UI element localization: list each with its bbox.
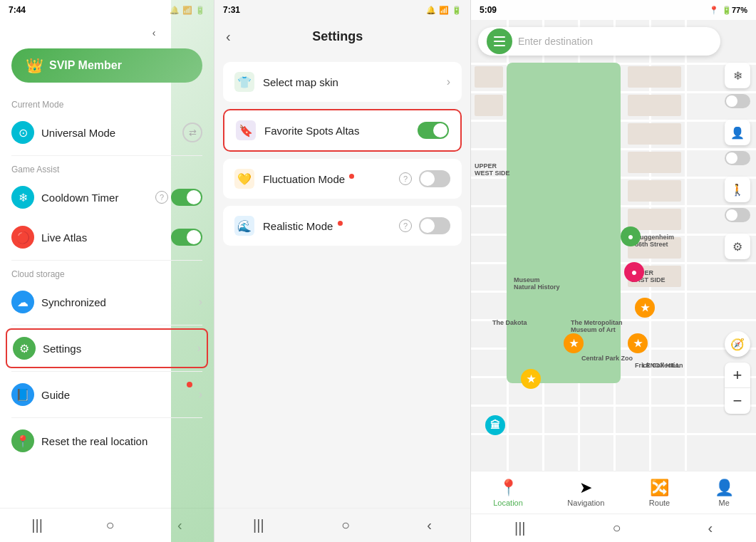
map-area[interactable]: MANHATTAN UPPERWEST SIDE UPPEREAST SIDE … — [471, 20, 756, 471]
label-museum: MuseumNatural History — [514, 276, 560, 291]
reset-location-item[interactable]: 📍 Reset the real location — [0, 421, 214, 461]
universal-mode-item[interactable]: ⊙ Universal Mode ⇄ — [0, 113, 214, 152]
reset-location-icon: 📍 — [11, 429, 34, 452]
nav-me-item[interactable]: 👤 Me — [715, 479, 734, 507]
map-pin-yellow-1[interactable]: ★ — [521, 369, 541, 389]
live-atlas-toggle[interactable] — [171, 229, 202, 246]
compass-button[interactable]: 🧭 — [725, 331, 750, 357]
fluctuation-notification-dot — [349, 174, 354, 179]
back-icon-1: ‹ — [152, 27, 156, 38]
guide-notification-dot — [187, 382, 192, 387]
label-86th: 86th Street — [635, 241, 668, 248]
person-walk-tool[interactable]: 🚶 — [725, 177, 750, 202]
guide-chevron: › — [199, 388, 202, 401]
tool-toggle-3[interactable] — [725, 208, 750, 222]
settings-back-button[interactable]: ‹ — [226, 28, 231, 45]
nav-home-btn-2[interactable]: ○ — [341, 517, 350, 533]
zoom-in-button[interactable]: + — [725, 363, 750, 388]
nav-back-btn-2[interactable]: ‹ — [427, 517, 432, 533]
nav-navigation-item[interactable]: ➤ Navigation — [567, 479, 604, 507]
map-pin-pink-1[interactable]: ● — [624, 262, 644, 282]
nav-lines-btn-2[interactable]: ||| — [253, 517, 264, 533]
map-pin-teal-1[interactable]: 🏛 — [485, 415, 505, 435]
nav-lines-btn-3[interactable]: ||| — [514, 520, 526, 536]
cloud-storage-label: Cloud storage — [0, 264, 214, 282]
nav-lines-btn-1[interactable]: ||| — [31, 517, 43, 533]
current-mode-section-label: Current Mode — [0, 94, 214, 113]
realistic-mode-icon: 🌊 — [234, 216, 254, 236]
back-button-1[interactable]: ‹ — [143, 21, 165, 44]
fluctuation-toggle[interactable] — [419, 170, 450, 187]
status-bar-2: 7:31 🔔 📶 🔋 — [214, 0, 470, 20]
live-atlas-icon: 🔴 — [11, 226, 34, 249]
map-search-bar[interactable]: Enter destination — [478, 27, 720, 56]
battery-icon-3: 🔋77% — [722, 6, 747, 15]
nav-location-item[interactable]: 📍 Location — [493, 479, 523, 507]
location-indicator: 📍 — [709, 6, 719, 15]
nav-home-btn-3[interactable]: ○ — [612, 520, 621, 536]
time-3: 5:09 — [480, 5, 497, 15]
divider-5 — [11, 417, 202, 418]
realistic-toggle[interactable] — [419, 217, 450, 234]
guide-icon: 📘 — [11, 383, 34, 406]
nav-route-item[interactable]: 🔀 Route — [649, 479, 670, 507]
live-atlas-item[interactable]: 🔴 Live Atlas — [0, 217, 214, 257]
tool-toggle-2[interactable] — [725, 151, 750, 165]
fluctuation-mode-item[interactable]: 💛 Fluctuation Mode ? — [223, 159, 462, 199]
realistic-help-icon[interactable]: ? — [399, 219, 412, 232]
map-pin-orange-2[interactable]: ★ — [564, 333, 584, 353]
map-pin-orange-1[interactable]: ★ — [635, 298, 655, 318]
favorite-spots-icon: 🔖 — [236, 120, 256, 140]
favorite-spots-toggle[interactable] — [418, 122, 449, 139]
nav-back-btn-3[interactable]: ‹ — [708, 520, 713, 536]
avatar-tool[interactable]: 👤 — [725, 120, 750, 145]
universal-mode-label: Universal Mode — [41, 127, 182, 139]
guide-item[interactable]: 📘 Guide › — [0, 375, 214, 415]
cooldown-timer-item[interactable]: ❄ Cooldown Timer ? — [0, 177, 214, 217]
label-dakota: The Dakota — [492, 319, 527, 326]
realistic-mode-item[interactable]: 🌊 Realistic Mode ? — [223, 206, 462, 246]
snowflake-tool[interactable]: ❄ — [725, 63, 750, 88]
time-2: 7:31 — [223, 5, 240, 15]
wifi-icon-2: 📶 — [439, 6, 449, 15]
map-pin-green-1[interactable]: ● — [621, 226, 641, 246]
zoom-out-button[interactable]: − — [725, 388, 750, 414]
block-5 — [628, 123, 681, 145]
hamburger-button[interactable] — [487, 28, 512, 54]
cooldown-toggle[interactable] — [171, 189, 202, 206]
search-placeholder: Enter destination — [518, 36, 593, 47]
map-skin-chevron: › — [447, 75, 450, 88]
select-map-skin-item[interactable]: 👕 Select map skin › — [223, 62, 462, 102]
settings-label: Settings — [43, 343, 197, 355]
status-bar-3: 5:09 📍 🔋77% — [471, 0, 756, 20]
live-atlas-label: Live Atlas — [41, 231, 171, 244]
settings-item[interactable]: ⚙ Settings › — [6, 328, 208, 368]
reset-location-label: Reset the real location — [41, 435, 202, 447]
fluctuation-help-icon[interactable]: ? — [399, 172, 412, 185]
map-skin-icon: 👕 — [234, 72, 254, 92]
tool-toggle-1[interactable] — [725, 94, 750, 108]
synchronized-item[interactable]: ☁ Synchronized › — [0, 282, 214, 322]
settings-panel: 7:31 🔔 📶 🔋 ‹ Settings 👕 Select map skin … — [214, 0, 471, 542]
location-nav-icon: 📍 — [499, 479, 518, 497]
svip-member-button[interactable]: 👑 SVIP Member — [11, 48, 202, 83]
map-pin-orange-3[interactable]: ★ — [628, 333, 648, 353]
block-4 — [628, 95, 681, 116]
map-nav-bar: ||| ○ ‹ — [471, 514, 756, 542]
settings-title: Settings — [237, 29, 459, 44]
guide-label: Guide — [41, 389, 199, 401]
favorite-spots-item[interactable]: 🔖 Favorite Spots Altas — [223, 109, 462, 152]
cooldown-help-icon[interactable]: ? — [155, 191, 168, 204]
sync-cloud-icon: ☁ — [11, 291, 34, 313]
game-assist-section-label: Game Assist — [0, 159, 214, 177]
block-3 — [628, 66, 681, 88]
crown-icon: 👑 — [26, 57, 43, 74]
star-tool[interactable]: ⚙ — [725, 234, 750, 259]
nav-home-btn-1[interactable]: ○ — [105, 517, 114, 533]
realistic-notification-dot — [338, 221, 343, 226]
route-nav-icon: 🔀 — [650, 479, 669, 497]
label-guggenheim: Guggenheim — [635, 234, 674, 241]
menu-content: 👑 SVIP Member Current Mode ⊙ Universal M… — [0, 20, 214, 508]
select-map-skin-label: Select map skin — [263, 76, 447, 88]
settings-list: 👕 Select map skin › 🔖 Favorite Spots Alt… — [214, 53, 470, 508]
